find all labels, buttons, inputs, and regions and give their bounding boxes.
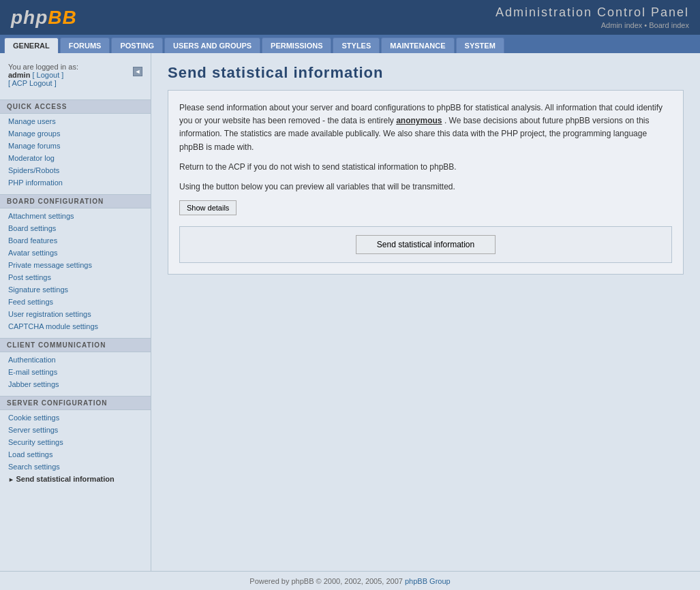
sidebar-item-manage-forums[interactable]: Manage forums <box>0 140 151 152</box>
logout-link[interactable]: [ Logout ] <box>32 71 63 79</box>
sidebar-item-jabber-settings[interactable]: Jabber settings <box>0 378 151 390</box>
sidebar-item-authentication[interactable]: Authentication <box>0 354 151 366</box>
sidebar-item-load-settings[interactable]: Load settings <box>0 448 151 461</box>
description-paragraph-1: Please send information about your serve… <box>179 102 672 154</box>
header: phpBB Administration Control Panel Admin… <box>0 0 700 35</box>
sidebar-item-spiders-robots[interactable]: Spiders/Robots <box>0 164 151 176</box>
board-index-link[interactable]: Board index <box>649 21 689 29</box>
board-config-title: BOARD CONFIGURATION <box>0 194 151 208</box>
sidebar-item-manage-groups[interactable]: Manage groups <box>0 127 151 140</box>
sidebar-item-send-statistical-information[interactable]: Send statistical information <box>0 473 151 485</box>
logo-php: php <box>11 7 48 28</box>
collapse-button[interactable]: ◄ <box>133 67 142 76</box>
tab-general[interactable]: GENERAL <box>4 37 59 53</box>
page-title: Send statistical information <box>168 64 684 82</box>
sidebar-item-manage-users[interactable]: Manage users <box>0 115 151 127</box>
sidebar-item-board-features[interactable]: Board features <box>0 234 151 247</box>
sidebar-item-board-settings[interactable]: Board settings <box>0 222 151 234</box>
acp-logout-link[interactable]: [ ACP Logout ] <box>8 79 57 87</box>
tab-forums[interactable]: FORUMS <box>60 37 110 53</box>
sidebar-item-private-message-settings[interactable]: Private message settings <box>0 259 151 271</box>
server-config-title: SERVER CONFIGURATION <box>0 396 151 410</box>
sidebar-item-user-registration-settings[interactable]: User registration settings <box>0 308 151 320</box>
phpbb-group-link[interactable]: phpBB Group <box>405 577 451 585</box>
sidebar-item-signature-settings[interactable]: Signature settings <box>0 283 151 296</box>
tab-maintenance[interactable]: MAINTENANCE <box>381 37 454 53</box>
description-paragraph-2: Return to the ACP if you do not wish to … <box>179 161 672 174</box>
description-paragraph-3: Using the button below you can preview a… <box>179 181 672 193</box>
footer-text: Powered by phpBB © 2000, 2002, 2005, 200… <box>249 577 403 585</box>
sidebar-item-post-settings[interactable]: Post settings <box>0 271 151 283</box>
user-info: ◄ You are logged in as: admin [ Logout ]… <box>0 59 151 94</box>
tab-system[interactable]: SYSTEM <box>456 37 504 53</box>
send-statistical-button[interactable]: Send statistical information <box>356 235 496 254</box>
logo-bb: BB <box>48 7 76 28</box>
anonymous-word: anonymous <box>396 116 442 125</box>
tab-posting[interactable]: POSTING <box>111 37 163 53</box>
main: ◄ You are logged in as: admin [ Logout ]… <box>0 53 700 571</box>
quick-access-title: QUICK ACCESS <box>0 99 151 114</box>
sidebar-item-email-settings[interactable]: E-mail settings <box>0 366 151 378</box>
header-title: Administration Control Panel <box>496 5 689 20</box>
sidebar-item-search-settings[interactable]: Search settings <box>0 461 151 473</box>
admin-index-link[interactable]: Admin index <box>601 21 643 29</box>
logo-text: phpBB <box>11 7 77 29</box>
logged-in-label: You are logged in as: <box>8 63 142 71</box>
send-button-container: Send statistical information <box>179 226 672 263</box>
nav-tabs: GENERAL FORUMS POSTING USERS AND GROUPS … <box>0 35 700 53</box>
footer: Powered by phpBB © 2000, 2002, 2005, 200… <box>0 571 700 590</box>
sidebar-item-php-information[interactable]: PHP information <box>0 176 151 189</box>
tab-permissions[interactable]: PERMISSIONS <box>262 37 331 53</box>
show-details-button[interactable]: Show details <box>179 200 237 215</box>
sidebar: ◄ You are logged in as: admin [ Logout ]… <box>0 53 151 571</box>
sidebar-item-moderator-log[interactable]: Moderator log <box>0 152 151 164</box>
content-area: Send statistical information Please send… <box>151 53 700 571</box>
logo: phpBB <box>11 7 77 29</box>
sidebar-item-server-settings[interactable]: Server settings <box>0 424 151 436</box>
sidebar-item-security-settings[interactable]: Security settings <box>0 436 151 448</box>
sidebar-item-attachment-settings[interactable]: Attachment settings <box>0 210 151 222</box>
sidebar-item-cookie-settings[interactable]: Cookie settings <box>0 412 151 424</box>
header-right: Administration Control Panel Admin index… <box>496 5 689 29</box>
header-links: Admin index • Board index <box>496 21 689 29</box>
sidebar-item-avatar-settings[interactable]: Avatar settings <box>0 247 151 259</box>
client-communication-title: CLIENT COMMUNICATION <box>0 338 151 352</box>
content-box: Please send information about your serve… <box>168 90 684 275</box>
tab-users-groups[interactable]: USERS AND GROUPS <box>164 37 260 53</box>
sidebar-item-captcha-module-settings[interactable]: CAPTCHA module settings <box>0 320 151 332</box>
username: admin <box>8 71 30 79</box>
tab-styles[interactable]: STYLES <box>333 37 380 53</box>
sidebar-item-feed-settings[interactable]: Feed settings <box>0 296 151 308</box>
